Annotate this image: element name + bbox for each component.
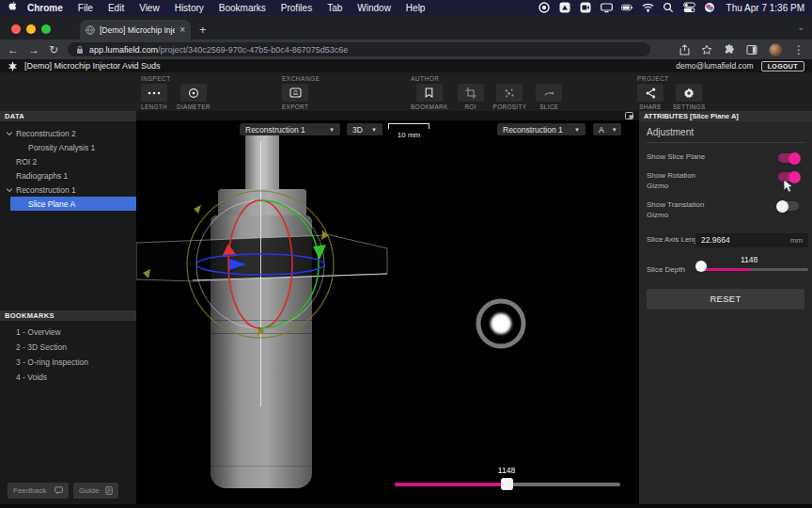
logout-button[interactable]: LOGOUT: [761, 61, 804, 71]
siri-status-icon[interactable]: [704, 2, 716, 13]
tree-item-radiographs-1[interactable]: Radiographs 1: [0, 168, 136, 183]
right-view-plane-dropdown[interactable]: A▼: [593, 123, 621, 135]
window-minimize-button[interactable]: [26, 24, 36, 34]
bookmark-button[interactable]: BOOKMARK: [411, 84, 448, 110]
macos-menubar: Chrome File Edit View History Bookmarks …: [0, 0, 812, 15]
display-status-icon[interactable]: [601, 2, 613, 13]
right-view-source-dropdown[interactable]: Reconstruction 1▼: [497, 123, 586, 135]
settings-button[interactable]: SETTINGS: [673, 84, 706, 110]
account-email: demo@lumafield.com: [676, 61, 753, 71]
share-icon: [637, 84, 664, 102]
slice-depth-value: 1148: [741, 255, 757, 264]
bookmark-item-overview[interactable]: 1 - Overview: [0, 325, 136, 340]
slice-icon: [536, 84, 562, 102]
side-panel-icon[interactable]: [746, 44, 757, 56]
mouse-cursor: [783, 179, 796, 194]
chevron-down-icon[interactable]: [6, 186, 13, 194]
bookmark-item-oring-inspection[interactable]: 3 - O-ring Inspection: [0, 355, 136, 370]
tree-item-roi-2[interactable]: ROI 2: [0, 154, 136, 168]
tab-search-chevron-icon[interactable]: ⌄: [797, 23, 804, 32]
forward-button[interactable]: →: [28, 44, 39, 56]
window-zoom-button[interactable]: [41, 24, 51, 34]
lumafield-logo-icon: [8, 61, 18, 71]
scale-bar-label: 10 mm: [388, 131, 429, 139]
share-button[interactable]: SHARE: [637, 84, 664, 110]
extensions-puzzle-icon[interactable]: [724, 44, 735, 56]
menubar-item-window[interactable]: Window: [350, 3, 398, 13]
tree-item-reconstruction-1[interactable]: Reconstruction 1: [0, 183, 136, 197]
guide-doc-icon: [105, 486, 113, 495]
menubar-item-tab[interactable]: Tab: [320, 3, 350, 13]
menubar-clock[interactable]: Thu Apr 7 1:36 PM: [725, 3, 804, 13]
show-slice-plane-toggle[interactable]: [778, 153, 799, 163]
slice-slider-value: 1148: [492, 466, 521, 475]
reset-button[interactable]: RESET: [647, 289, 804, 310]
viewport[interactable]: Reconstruction 1▼ 3D▼ 10 mm Reconstructi…: [136, 111, 639, 504]
url-domain: app.lumafield.com: [89, 45, 158, 55]
control-center-icon[interactable]: [683, 2, 695, 13]
share-page-icon[interactable]: [679, 44, 690, 56]
slice-slider-handle[interactable]: [501, 478, 513, 490]
slice-axis-length-field[interactable]: 22.9664 mm: [695, 233, 808, 247]
slice-depth-slider-track[interactable]: [696, 268, 808, 271]
porosity-button[interactable]: POROSITY: [493, 84, 527, 110]
tab-favicon-icon: [86, 25, 95, 35]
apple-menu-icon[interactable]: [8, 2, 20, 13]
bookmark-item-voids[interactable]: 4 - Voids: [0, 370, 136, 385]
menubar-item-chrome[interactable]: Chrome: [20, 3, 70, 13]
menubar-item-edit[interactable]: Edit: [101, 3, 132, 13]
back-button[interactable]: ←: [8, 44, 19, 56]
left-view-mode-dropdown[interactable]: 3D▼: [347, 123, 383, 135]
left-view-source-dropdown[interactable]: Reconstruction 1▼: [240, 123, 340, 135]
menubar-item-view[interactable]: View: [132, 3, 167, 13]
browser-tab[interactable]: [Demo] Microchip Injector Avid ×: [80, 20, 191, 40]
screen: Chrome File Edit View History Bookmarks …: [0, 0, 812, 508]
chevron-down-icon[interactable]: [6, 130, 13, 137]
menubar-item-profiles[interactable]: Profiles: [273, 3, 320, 13]
tree-item-slice-plane-a-selected[interactable]: Slice Plane A: [10, 197, 136, 211]
export-button[interactable]: EXPORT: [282, 84, 308, 110]
ribbon-group-exchange: EXCHANGE EXPORT: [282, 75, 320, 110]
slice-button[interactable]: SLICE: [536, 84, 562, 110]
dropdown-arrow-icon: ▼: [574, 127, 580, 133]
dropdown-arrow-icon: ▼: [612, 127, 617, 133]
roi-button[interactable]: ROI: [458, 84, 484, 110]
diameter-button[interactable]: DIAMETER: [177, 84, 211, 110]
wifi-status-icon[interactable]: [642, 2, 654, 13]
menubar-item-help[interactable]: Help: [398, 3, 433, 13]
length-button[interactable]: LENGTH: [141, 84, 167, 110]
spotlight-search-icon[interactable]: [663, 2, 675, 13]
feedback-button[interactable]: Feedback: [8, 483, 69, 499]
tab-close-icon[interactable]: ×: [180, 24, 185, 35]
bookmark-star-icon[interactable]: [701, 44, 712, 56]
menubar-item-bookmarks[interactable]: Bookmarks: [211, 3, 273, 13]
bookmark-item-3d-section[interactable]: 2 - 3D Section: [0, 340, 136, 355]
new-tab-button[interactable]: +: [199, 24, 207, 36]
slice-view-core: [491, 313, 511, 334]
dropdown-arrow-icon: ▼: [329, 127, 335, 133]
camera-app-icon[interactable]: [580, 2, 592, 13]
battery-status-icon[interactable]: [621, 2, 633, 13]
window-close-button[interactable]: [11, 24, 21, 34]
menubar-item-file[interactable]: File: [70, 3, 101, 13]
porosity-icon: [496, 84, 523, 102]
attributes-panel: ATTRIBUTES [Slice Plane A] Adjustment Sh…: [639, 111, 812, 504]
tree-item-porosity-analysis-1[interactable]: Porosity Analysis 1: [0, 140, 136, 154]
reload-button[interactable]: ↻: [49, 44, 58, 56]
browser-toolbar: ← → ↻ app.lumafield.com/project/340c2569…: [0, 40, 812, 59]
app-triangle-icon[interactable]: [559, 2, 571, 13]
export-icon: [282, 84, 308, 102]
record-status-icon[interactable]: [539, 2, 551, 13]
tree-item-reconstruction-2[interactable]: Reconstruction 2: [0, 126, 136, 140]
slice-plane-gizmo[interactable]: [136, 111, 639, 504]
guide-button[interactable]: Guide: [73, 483, 118, 499]
profile-avatar[interactable]: [769, 43, 782, 56]
diameter-icon: [180, 84, 207, 102]
menubar-item-history[interactable]: History: [167, 3, 211, 13]
show-translation-gizmo-toggle[interactable]: [778, 201, 799, 211]
group-label: INSPECT: [141, 75, 211, 82]
chrome-menu-icon[interactable]: ⋮: [793, 44, 804, 56]
window-bottom-edge: [0, 504, 812, 508]
group-label: EXCHANGE: [282, 75, 320, 82]
address-bar[interactable]: app.lumafield.com/project/340c2569-970c-…: [68, 42, 650, 56]
